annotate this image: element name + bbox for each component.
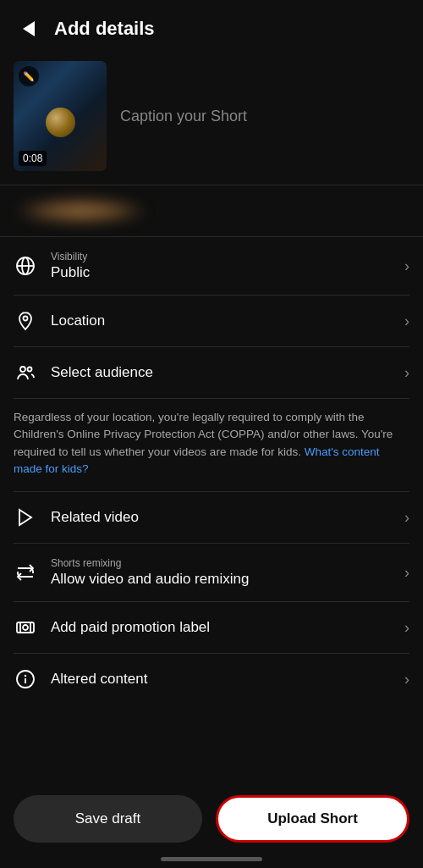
menu-item-audience[interactable]: Select audience › (0, 347, 423, 398)
chevron-right-icon: › (404, 619, 409, 637)
remix-icon (14, 561, 37, 584)
chevron-right-icon: › (404, 671, 409, 688)
chevron-right-icon: › (404, 364, 409, 382)
video-section: ✏️ 0:08 (0, 54, 423, 185)
header: Add details (0, 0, 423, 54)
audience-icon (14, 361, 37, 384)
audience-label: Select audience (51, 364, 391, 381)
remixing-label: Allow video and audio remixing (51, 571, 391, 588)
back-icon (23, 21, 35, 36)
visibility-label-small: Visibility (51, 251, 391, 263)
chevron-right-icon: › (404, 312, 409, 330)
menu-item-altered-content[interactable]: Altered content › (0, 654, 423, 705)
thumbnail-moon (46, 108, 75, 137)
location-icon (14, 309, 37, 333)
info-box: Regardless of your location, you're lega… (0, 399, 423, 491)
dollar-icon (14, 616, 37, 639)
remixing-label-small: Shorts remixing (51, 557, 391, 569)
caption-input[interactable] (120, 108, 409, 125)
avatar (14, 197, 149, 224)
chevron-right-icon: › (404, 257, 409, 275)
altered-content-content: Altered content (51, 671, 391, 688)
menu-item-visibility[interactable]: Visibility Public › (0, 237, 423, 295)
bottom-buttons: Save draft Upload Short (0, 795, 423, 843)
location-content: Location (51, 312, 391, 329)
svg-point-8 (23, 625, 28, 630)
related-video-label: Related video (51, 509, 391, 526)
thumbnail[interactable]: ✏️ 0:08 (14, 61, 107, 171)
back-button[interactable] (14, 14, 44, 44)
save-draft-button[interactable]: Save draft (14, 795, 202, 843)
menu-item-related-video[interactable]: Related video › (0, 492, 423, 543)
svg-point-4 (20, 367, 25, 372)
location-label: Location (51, 312, 391, 329)
svg-point-5 (28, 368, 32, 372)
visibility-content: Visibility Public (51, 251, 391, 281)
svg-marker-6 (19, 510, 31, 525)
edit-icon: ✏️ (23, 71, 35, 82)
user-section (0, 185, 423, 236)
menu-item-shorts-remixing[interactable]: Shorts remixing Allow video and audio re… (0, 544, 423, 601)
remixing-content: Shorts remixing Allow video and audio re… (51, 557, 391, 588)
chevron-right-icon: › (404, 564, 409, 582)
svg-rect-7 (17, 622, 34, 633)
globe-icon (14, 254, 37, 278)
related-video-content: Related video (51, 509, 391, 526)
upload-short-button[interactable]: Upload Short (216, 795, 409, 843)
home-indicator (161, 857, 262, 861)
menu-item-location[interactable]: Location › (0, 296, 423, 346)
page-title: Add details (54, 18, 155, 40)
audience-content: Select audience (51, 364, 391, 381)
svg-point-3 (24, 317, 28, 321)
altered-content-label: Altered content (51, 671, 391, 688)
play-icon (14, 506, 37, 529)
paid-promotion-label: Add paid promotion label (51, 619, 391, 636)
info-icon (14, 667, 37, 691)
edit-badge[interactable]: ✏️ (19, 66, 39, 86)
chevron-right-icon: › (404, 509, 409, 527)
paid-promotion-content: Add paid promotion label (51, 619, 391, 636)
menu-item-paid-promotion[interactable]: Add paid promotion label › (0, 602, 423, 653)
visibility-label: Public (51, 264, 391, 281)
duration-badge: 0:08 (19, 151, 47, 166)
